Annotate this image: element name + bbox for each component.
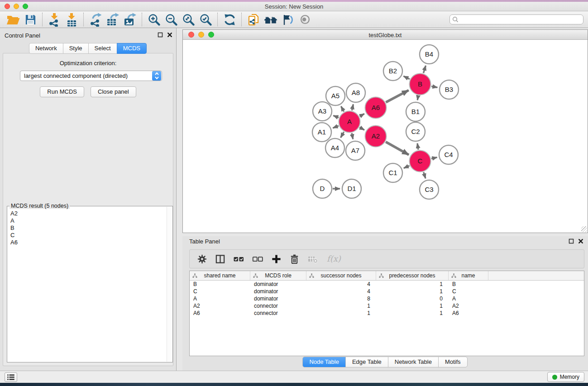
new-network-from-selection-icon[interactable] xyxy=(245,12,262,27)
graph-node-C[interactable]: C xyxy=(410,151,431,172)
graph-edge-A-A4[interactable] xyxy=(341,132,344,138)
network-canvas[interactable]: AA1A2A3A4A5A6A7A8BB1B2B3B4CC1C2C3C4DD1 xyxy=(183,40,588,233)
graph-node-A7[interactable]: A7 xyxy=(346,141,365,160)
svg-text:B1: B1 xyxy=(411,108,420,115)
graph-node-A[interactable]: A xyxy=(339,111,360,133)
export-image-icon[interactable] xyxy=(121,12,139,27)
run-mcds-button[interactable]: Run MCDS xyxy=(40,86,84,97)
graph-node-A8[interactable]: A8 xyxy=(346,83,365,102)
close-panel-icon[interactable] xyxy=(167,32,172,38)
float-panel-icon[interactable] xyxy=(158,32,163,38)
tab-network[interactable]: Network xyxy=(29,43,63,54)
graph-node-A6[interactable]: A6 xyxy=(365,97,387,119)
table-row[interactable]: A6connector11A6 xyxy=(190,310,584,317)
graph-node-B4[interactable]: B4 xyxy=(420,45,439,64)
result-item[interactable]: A xyxy=(10,217,166,224)
table-row[interactable]: Bdominator41B xyxy=(190,281,584,288)
graph-node-D[interactable]: D xyxy=(313,179,332,198)
graph-node-D1[interactable]: D1 xyxy=(342,179,361,198)
graph-edge-A2-C[interactable] xyxy=(386,142,409,155)
window-resize-grip[interactable] xyxy=(581,226,587,232)
memory-button[interactable]: Memory xyxy=(547,372,584,382)
graph-edge-C-C1[interactable] xyxy=(404,166,410,168)
table-row[interactable]: Adominator80A xyxy=(190,295,584,302)
graph-edge-A-A7[interactable] xyxy=(352,133,353,139)
graph-node-B[interactable]: B xyxy=(410,74,431,95)
tab-mcds[interactable]: MCDS xyxy=(117,43,147,54)
result-scrollbar[interactable] xyxy=(167,207,172,362)
column-header-MCDS-role[interactable]: MCDS role xyxy=(250,271,306,280)
column-header-name[interactable]: name xyxy=(449,271,488,280)
graph-node-C4[interactable]: C4 xyxy=(439,145,458,164)
tab-select[interactable]: Select xyxy=(88,43,117,54)
graph-edge-A6-B[interactable] xyxy=(386,90,409,102)
graph-node-A5[interactable]: A5 xyxy=(326,86,345,105)
graph-node-C3[interactable]: C3 xyxy=(420,180,439,199)
deselect-all-icon[interactable] xyxy=(252,254,263,264)
graph-edge-C-C2[interactable] xyxy=(417,143,418,150)
first-neighbors-icon[interactable] xyxy=(262,12,279,27)
tab-motifs[interactable]: Motifs xyxy=(438,357,468,367)
graph-node-A4[interactable]: A4 xyxy=(325,138,344,157)
import-network-icon[interactable] xyxy=(46,12,63,27)
search-field[interactable] xyxy=(449,14,583,24)
graph-edge-B-B1[interactable] xyxy=(417,95,418,100)
open-file-icon[interactable] xyxy=(5,12,22,27)
delete-column-icon[interactable] xyxy=(289,254,300,264)
export-table-icon[interactable] xyxy=(104,12,121,27)
columns-icon[interactable] xyxy=(215,254,225,264)
graph-edge-A-A2[interactable] xyxy=(359,127,364,130)
column-header-shared-name[interactable]: shared name xyxy=(190,271,250,280)
close-panel-button[interactable]: Close panel xyxy=(91,86,136,97)
column-header-successor-nodes[interactable]: successor nodes xyxy=(306,271,376,280)
float-panel-icon[interactable] xyxy=(569,238,574,244)
graph-edge-C-C4[interactable] xyxy=(431,157,437,159)
show-all-icon[interactable] xyxy=(296,12,314,27)
close-panel-icon[interactable] xyxy=(578,238,583,244)
result-item[interactable]: A6 xyxy=(10,239,166,246)
graph-edge-B-B3[interactable] xyxy=(431,86,437,88)
graph-node-B1[interactable]: B1 xyxy=(406,102,425,121)
graph-edge-B-B4[interactable] xyxy=(423,66,425,73)
import-table-icon[interactable] xyxy=(63,12,80,27)
add-column-icon[interactable] xyxy=(271,254,282,264)
search-input[interactable] xyxy=(459,16,581,23)
graph-node-B3[interactable]: B3 xyxy=(440,80,459,99)
result-item[interactable]: B xyxy=(10,224,166,232)
result-item[interactable]: C xyxy=(10,232,166,239)
tab-edge-table[interactable]: Edge Table xyxy=(345,357,388,367)
gear-icon[interactable] xyxy=(197,254,207,264)
graph-node-A2[interactable]: A2 xyxy=(365,126,387,147)
tab-node-table[interactable]: Node Table xyxy=(302,357,346,367)
graph-node-C1[interactable]: C1 xyxy=(383,163,402,182)
graph-node-A3[interactable]: A3 xyxy=(313,102,332,121)
task-history-button[interactable] xyxy=(5,372,17,382)
export-network-icon[interactable] xyxy=(87,12,104,27)
graph-edge-A-A1[interactable] xyxy=(333,126,339,128)
graph-node-A1[interactable]: A1 xyxy=(312,123,331,142)
criterion-select[interactable]: largest connected component (directed) xyxy=(20,71,162,81)
table-row[interactable]: A2connector11A2 xyxy=(190,302,584,310)
graph-node-C2[interactable]: C2 xyxy=(406,122,425,141)
tab-style[interactable]: Style xyxy=(63,43,89,54)
network-window-titlebar[interactable]: testGlobe.txt xyxy=(183,30,588,40)
zoom-selected-icon[interactable] xyxy=(197,12,214,27)
table-row[interactable]: Cdominator41C xyxy=(190,288,584,295)
hide-selected-icon[interactable] xyxy=(279,12,296,27)
graph-edge-A-A6[interactable] xyxy=(360,114,364,116)
zoom-fit-icon[interactable] xyxy=(180,12,197,27)
tab-network-table[interactable]: Network Table xyxy=(388,357,439,367)
graph-edge-B-B2[interactable] xyxy=(403,76,410,79)
graph-node-B2[interactable]: B2 xyxy=(383,62,402,81)
graph-edge-A-A8[interactable] xyxy=(352,104,353,110)
column-header-predecessor-nodes[interactable]: predecessor nodes xyxy=(376,271,449,280)
graph-edge-A-A5[interactable] xyxy=(341,106,344,112)
result-item[interactable]: A2 xyxy=(10,210,166,217)
graph-edge-C-C3[interactable] xyxy=(424,172,425,178)
zoom-in-icon[interactable] xyxy=(145,12,163,27)
graph-edge-A-A3[interactable] xyxy=(333,115,339,118)
save-session-icon[interactable] xyxy=(22,12,39,27)
zoom-out-icon[interactable] xyxy=(163,12,180,27)
select-all-icon[interactable] xyxy=(233,254,244,264)
apply-layout-icon[interactable] xyxy=(221,12,238,27)
